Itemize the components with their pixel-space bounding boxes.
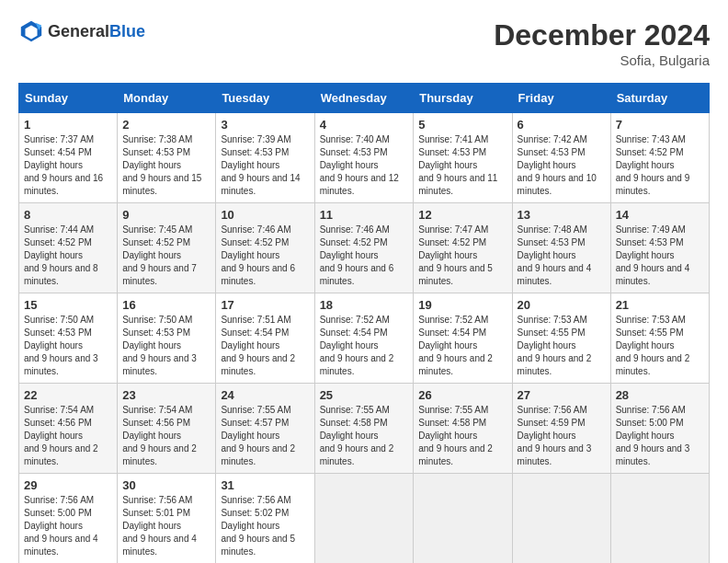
day-number: 30 <box>122 478 210 492</box>
day-number: 18 <box>320 298 409 312</box>
page-header: GeneralBlue December 2024 Sofia, Bulgari… <box>18 18 710 68</box>
day-number: 19 <box>418 298 506 312</box>
table-row: 25 Sunrise: 7:55 AMSunset: 4:58 PMDaylig… <box>314 384 414 474</box>
title-area: December 2024 Sofia, Bulgaria <box>494 18 710 68</box>
location-title: Sofia, Bulgaria <box>494 52 710 68</box>
table-row <box>314 474 414 564</box>
day-number: 22 <box>24 388 112 402</box>
day-info: Sunrise: 7:51 AMSunset: 4:54 PMDaylight … <box>221 315 295 376</box>
table-row: 15 Sunrise: 7:50 AMSunset: 4:53 PMDaylig… <box>19 293 118 384</box>
col-wednesday: Wednesday <box>314 84 414 113</box>
day-info: Sunrise: 7:54 AMSunset: 4:56 PMDaylight … <box>24 405 98 466</box>
table-row: 8 Sunrise: 7:44 AMSunset: 4:52 PMDayligh… <box>19 203 118 293</box>
day-number: 4 <box>320 118 409 132</box>
day-info: Sunrise: 7:52 AMSunset: 4:54 PMDaylight … <box>320 315 394 376</box>
day-info: Sunrise: 7:49 AMSunset: 4:53 PMDaylight … <box>616 224 690 286</box>
table-row: 9 Sunrise: 7:45 AMSunset: 4:52 PMDayligh… <box>118 203 216 293</box>
day-info: Sunrise: 7:56 AMSunset: 5:00 PMDaylight … <box>24 495 98 557</box>
day-number: 17 <box>221 298 309 312</box>
table-row: 11 Sunrise: 7:46 AMSunset: 4:52 PMDaylig… <box>314 203 414 293</box>
day-number: 16 <box>122 298 210 312</box>
day-info: Sunrise: 7:55 AMSunset: 4:58 PMDaylight … <box>320 405 394 466</box>
table-row: 19 Sunrise: 7:52 AMSunset: 4:54 PMDaylig… <box>414 293 512 384</box>
calendar-week-row: 15 Sunrise: 7:50 AMSunset: 4:53 PMDaylig… <box>19 293 710 384</box>
table-row: 24 Sunrise: 7:55 AMSunset: 4:57 PMDaylig… <box>216 384 314 474</box>
table-row: 22 Sunrise: 7:54 AMSunset: 4:56 PMDaylig… <box>19 384 118 474</box>
day-info: Sunrise: 7:50 AMSunset: 4:53 PMDaylight … <box>24 315 98 376</box>
day-number: 20 <box>518 298 606 312</box>
day-number: 31 <box>221 478 309 492</box>
day-number: 14 <box>616 208 704 222</box>
day-info: Sunrise: 7:37 AMSunset: 4:54 PMDaylight … <box>24 134 103 196</box>
day-info: Sunrise: 7:43 AMSunset: 4:52 PMDaylight … <box>616 134 690 196</box>
day-number: 27 <box>518 388 606 402</box>
table-row: 12 Sunrise: 7:47 AMSunset: 4:52 PMDaylig… <box>414 203 512 293</box>
day-number: 12 <box>418 208 506 222</box>
day-info: Sunrise: 7:45 AMSunset: 4:52 PMDaylight … <box>122 224 197 286</box>
calendar-table: Sunday Monday Tuesday Wednesday Thursday… <box>18 83 710 563</box>
col-friday: Friday <box>512 84 610 113</box>
logo-text: GeneralBlue <box>48 22 145 41</box>
calendar-header-row: Sunday Monday Tuesday Wednesday Thursday… <box>19 84 710 113</box>
table-row: 7 Sunrise: 7:43 AMSunset: 4:52 PMDayligh… <box>610 113 709 203</box>
day-info: Sunrise: 7:53 AMSunset: 4:55 PMDaylight … <box>616 315 690 376</box>
table-row: 5 Sunrise: 7:41 AMSunset: 4:53 PMDayligh… <box>414 113 512 203</box>
day-number: 28 <box>616 388 704 402</box>
day-info: Sunrise: 7:53 AMSunset: 4:55 PMDaylight … <box>518 315 592 376</box>
day-number: 9 <box>122 208 210 222</box>
table-row: 13 Sunrise: 7:48 AMSunset: 4:53 PMDaylig… <box>512 203 610 293</box>
day-number: 11 <box>320 208 409 222</box>
day-number: 29 <box>24 478 112 492</box>
table-row: 1 Sunrise: 7:37 AMSunset: 4:54 PMDayligh… <box>19 113 118 203</box>
day-number: 3 <box>221 118 309 132</box>
day-number: 26 <box>418 388 506 402</box>
day-info: Sunrise: 7:56 AMSunset: 5:00 PMDaylight … <box>616 405 690 466</box>
day-info: Sunrise: 7:46 AMSunset: 4:52 PMDaylight … <box>320 224 394 286</box>
table-row: 26 Sunrise: 7:55 AMSunset: 4:58 PMDaylig… <box>414 384 512 474</box>
day-info: Sunrise: 7:55 AMSunset: 4:57 PMDaylight … <box>221 405 295 466</box>
day-info: Sunrise: 7:48 AMSunset: 4:53 PMDaylight … <box>518 224 592 286</box>
day-info: Sunrise: 7:56 AMSunset: 5:02 PMDaylight … <box>221 495 295 557</box>
table-row: 29 Sunrise: 7:56 AMSunset: 5:00 PMDaylig… <box>19 474 118 564</box>
col-saturday: Saturday <box>610 84 709 113</box>
table-row: 4 Sunrise: 7:40 AMSunset: 4:53 PMDayligh… <box>314 113 414 203</box>
table-row: 16 Sunrise: 7:50 AMSunset: 4:53 PMDaylig… <box>118 293 216 384</box>
day-number: 13 <box>518 208 606 222</box>
logo: GeneralBlue <box>18 18 145 44</box>
day-info: Sunrise: 7:56 AMSunset: 4:59 PMDaylight … <box>518 405 592 466</box>
calendar-week-row: 29 Sunrise: 7:56 AMSunset: 5:00 PMDaylig… <box>19 474 710 564</box>
day-info: Sunrise: 7:50 AMSunset: 4:53 PMDaylight … <box>122 315 197 376</box>
day-info: Sunrise: 7:55 AMSunset: 4:58 PMDaylight … <box>418 405 493 466</box>
day-number: 24 <box>221 388 309 402</box>
day-info: Sunrise: 7:42 AMSunset: 4:53 PMDaylight … <box>518 134 597 196</box>
day-number: 7 <box>616 118 704 132</box>
table-row: 10 Sunrise: 7:46 AMSunset: 4:52 PMDaylig… <box>216 203 314 293</box>
col-sunday: Sunday <box>19 84 118 113</box>
table-row: 27 Sunrise: 7:56 AMSunset: 4:59 PMDaylig… <box>512 384 610 474</box>
day-info: Sunrise: 7:38 AMSunset: 4:53 PMDaylight … <box>122 134 201 196</box>
day-info: Sunrise: 7:44 AMSunset: 4:52 PMDaylight … <box>24 224 98 286</box>
table-row <box>512 474 610 564</box>
day-number: 8 <box>24 208 112 222</box>
col-thursday: Thursday <box>414 84 512 113</box>
table-row: 14 Sunrise: 7:49 AMSunset: 4:53 PMDaylig… <box>610 203 709 293</box>
day-number: 6 <box>518 118 606 132</box>
table-row: 31 Sunrise: 7:56 AMSunset: 5:02 PMDaylig… <box>216 474 314 564</box>
day-number: 21 <box>616 298 704 312</box>
table-row: 3 Sunrise: 7:39 AMSunset: 4:53 PMDayligh… <box>216 113 314 203</box>
day-number: 25 <box>320 388 409 402</box>
table-row: 20 Sunrise: 7:53 AMSunset: 4:55 PMDaylig… <box>512 293 610 384</box>
calendar-week-row: 1 Sunrise: 7:37 AMSunset: 4:54 PMDayligh… <box>19 113 710 203</box>
table-row: 23 Sunrise: 7:54 AMSunset: 4:56 PMDaylig… <box>118 384 216 474</box>
day-info: Sunrise: 7:39 AMSunset: 4:53 PMDaylight … <box>221 134 300 196</box>
month-title: December 2024 <box>494 18 710 52</box>
table-row: 30 Sunrise: 7:56 AMSunset: 5:01 PMDaylig… <box>118 474 216 564</box>
table-row: 17 Sunrise: 7:51 AMSunset: 4:54 PMDaylig… <box>216 293 314 384</box>
day-number: 15 <box>24 298 112 312</box>
day-info: Sunrise: 7:40 AMSunset: 4:53 PMDaylight … <box>320 134 399 196</box>
day-number: 23 <box>122 388 210 402</box>
table-row: 18 Sunrise: 7:52 AMSunset: 4:54 PMDaylig… <box>314 293 414 384</box>
day-info: Sunrise: 7:47 AMSunset: 4:52 PMDaylight … <box>418 224 493 286</box>
day-number: 2 <box>122 118 210 132</box>
table-row: 6 Sunrise: 7:42 AMSunset: 4:53 PMDayligh… <box>512 113 610 203</box>
